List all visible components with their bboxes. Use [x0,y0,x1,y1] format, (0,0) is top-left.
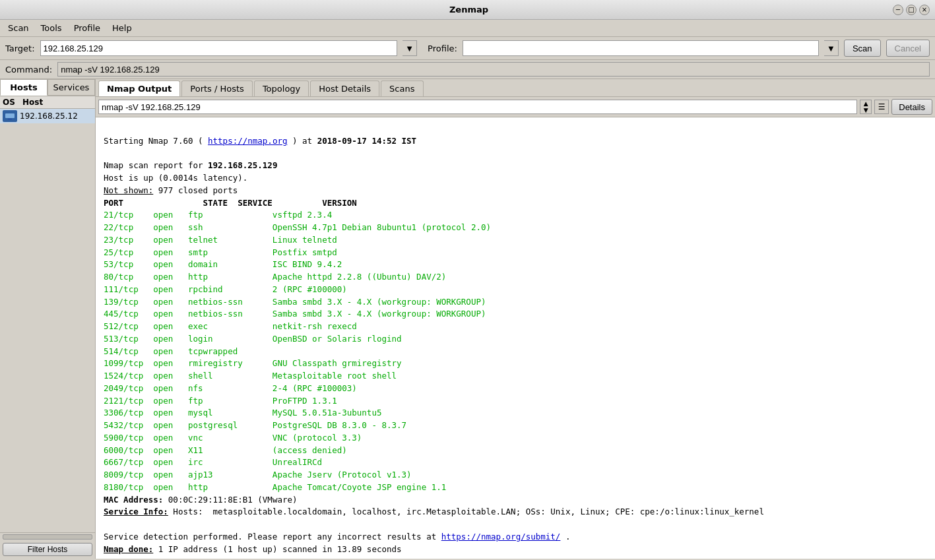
nmap-done-line: Nmap done: 1 IP address (1 host up) scan… [104,544,927,556]
profile-label: Profile: [428,44,457,53]
output-line-4: Not shown: 977 closed ports [104,185,927,197]
tab-topology[interactable]: Topology [254,80,309,96]
svg-rect-1 [5,113,15,118]
output-header: PORT STATE SERVICE VERSION [104,197,927,210]
target-input[interactable] [40,40,397,56]
port-line-18: 5432/tcp open postgresql PostgreSQL DB 8… [104,420,927,432]
cancel-button[interactable]: Cancel [886,40,930,57]
detection-line: Service detection performed. Please repo… [104,531,927,544]
window-controls: − □ × [893,5,930,15]
target-label: Target: [5,44,35,53]
port-line-16: 2121/tcp open ftp ProFTPD 1.3.1 [104,395,927,408]
left-panel: Hosts Services OS Host 192.168.25.12 [0,79,96,559]
blank-line [104,518,927,531]
menu-bar: Scan Tools Profile Help [0,20,935,37]
port-line-1: 21/tcp open ftp vsftpd 2.3.4 [104,209,927,222]
profile-dropdown-button[interactable]: ▼ [824,40,839,56]
menu-profile[interactable]: Profile [69,22,106,34]
maximize-button[interactable]: □ [906,5,917,15]
tab-ports-hosts[interactable]: Ports / Hosts [181,80,253,96]
output-line: Starting Nmap 7.60 ( https://nmap.org ) … [104,123,927,160]
menu-tools[interactable]: Tools [36,22,67,34]
profile-input[interactable] [463,40,819,56]
submit-link[interactable]: https://nmap.org/submit/ [441,532,561,542]
host-list-header: OS Host [0,96,95,109]
port-line-23: 8180/tcp open http Apache Tomcat/Coyote … [104,482,927,494]
close-button[interactable]: × [919,5,930,15]
toolbar: Target: ▼ Profile: ▼ Scan Cancel [0,37,935,60]
port-line-21: 6667/tcp open irc UnrealIRCd [104,456,927,469]
port-line-17: 3306/tcp open mysql MySQL 5.0.51a-3ubunt… [104,407,927,420]
output-menu-button[interactable]: ☰ [874,100,889,114]
os-col-header: OS [3,98,22,107]
port-line-2: 22/tcp open ssh OpenSSH 4.7p1 Debian 8ub… [104,222,927,234]
port-line-4: 25/tcp open smtp Postfix smtpd [104,247,927,259]
output-line-3: Host is up (0.0014s latency). [104,172,927,185]
port-line-11: 513/tcp open login OpenBSD or Solaris rl… [104,333,927,346]
hosts-tab[interactable]: Hosts [0,79,48,96]
window-title: Zenmap [45,5,893,15]
host-list: 192.168.25.12 [0,109,95,532]
port-line-5: 53/tcp open domain ISC BIND 9.4.2 [104,259,927,271]
output-toolbar: ▲▼ ☰ Details [96,97,935,117]
title-bar: Zenmap − □ × [0,0,935,20]
scan-button[interactable]: Scan [844,40,881,57]
tab-scans[interactable]: Scans [381,80,423,96]
tab-bar: Nmap Output Ports / Hosts Topology Host … [96,79,935,97]
port-line-19: 5900/tcp open vnc VNC (protocol 3.3) [104,432,927,445]
port-line-15: 2049/tcp open nfs 2-4 (RPC #100003) [104,383,927,395]
port-line-6: 80/tcp open http Apache httpd 2.2.8 ((Ub… [104,271,927,284]
host-service-tabs: Hosts Services [0,79,95,96]
services-tab[interactable]: Services [48,79,95,96]
port-line-22: 8009/tcp open ajp13 Apache Jserv (Protoc… [104,469,927,482]
minimize-button[interactable]: − [893,5,903,15]
menu-scan[interactable]: Scan [3,22,34,34]
host-col-header: Host [22,98,92,107]
port-line-13: 1099/tcp open rmiregistry GNU Classpath … [104,358,927,370]
port-line-8: 139/tcp open netbios-ssn Samba smbd 3.X … [104,296,927,309]
host-ip: 192.168.25.12 [20,111,78,121]
scrollbar-area[interactable] [0,532,95,540]
output-line-2: Nmap scan report for 192.168.25.129 [104,160,927,172]
port-line-12: 514/tcp open tcpwrapped [104,346,927,358]
host-os-icon [3,110,17,122]
filter-hosts-button[interactable]: Filter Hosts [3,543,92,556]
service-info-line: Service Info: Hosts: metasploitable.loca… [104,506,927,518]
command-input[interactable] [57,62,930,77]
menu-help[interactable]: Help [107,22,137,34]
tab-nmap-output[interactable]: Nmap Output [98,80,180,96]
host-row[interactable]: 192.168.25.12 [0,109,95,123]
output-search-input[interactable] [98,100,857,114]
mac-line: MAC Address: 00:0C:29:11:8E:B1 (VMware) [104,494,927,507]
port-line-9: 445/tcp open netbios-ssn Samba smbd 3.X … [104,308,927,321]
main-content: Hosts Services OS Host 192.168.25.12 [0,79,935,559]
port-line-7: 111/tcp open rpcbind 2 (RPC #100000) [104,284,927,296]
output-scroll-up-button[interactable]: ▲▼ [860,100,872,114]
target-dropdown-button[interactable]: ▼ [403,40,417,56]
details-button[interactable]: Details [891,99,932,115]
right-panel: Nmap Output Ports / Hosts Topology Host … [96,79,935,559]
port-line-20: 6000/tcp open X11 (access denied) [104,445,927,457]
command-bar: Command: [0,60,935,79]
svg-rect-2 [8,119,12,119]
port-line-3: 23/tcp open telnet Linux telnetd [104,234,927,247]
nmap-link[interactable]: https://nmap.org [208,136,287,146]
output-area[interactable]: Starting Nmap 7.60 ( https://nmap.org ) … [96,117,935,559]
port-line-10: 512/tcp open exec netkit-rsh rexecd [104,321,927,333]
port-line-14: 1524/tcp open shell Metasploitable root … [104,370,927,383]
tab-host-details[interactable]: Host Details [310,80,379,96]
command-label: Command: [5,65,52,75]
